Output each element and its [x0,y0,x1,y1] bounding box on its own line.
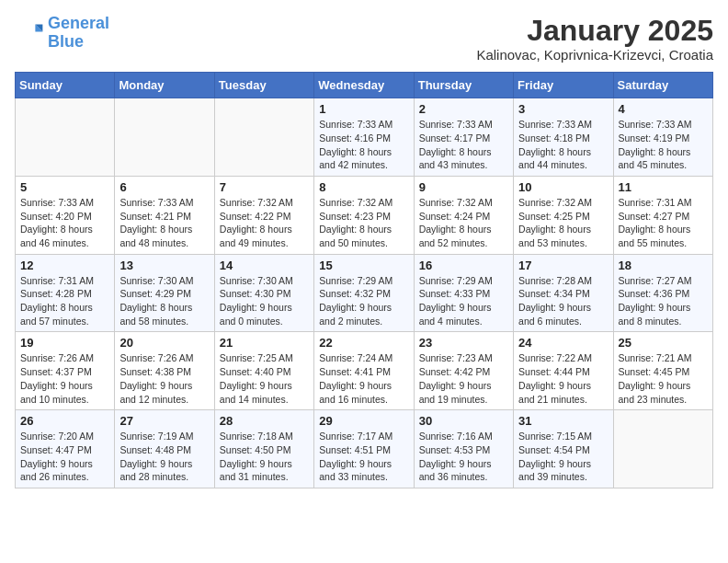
calendar-cell: 30Sunrise: 7:16 AM Sunset: 4:53 PM Dayli… [414,410,513,488]
day-number: 6 [119,180,209,194]
day-number: 8 [319,180,408,194]
calendar-table: SundayMondayTuesdayWednesdayThursdayFrid… [15,72,713,488]
calendar-cell: 19Sunrise: 7:26 AM Sunset: 4:37 PM Dayli… [16,332,115,410]
day-number: 16 [419,259,508,272]
day-number: 31 [518,414,608,428]
day-number: 1 [319,102,408,116]
day-of-week-header: Sunday [16,73,115,98]
day-number: 18 [619,259,708,272]
day-of-week-header: Monday [115,73,214,98]
day-info: Sunrise: 7:28 AM Sunset: 4:34 PM Dayligh… [518,274,608,328]
calendar-header: SundayMondayTuesdayWednesdayThursdayFrid… [16,73,713,98]
day-info: Sunrise: 7:32 AM Sunset: 4:23 PM Dayligh… [319,196,408,250]
day-number: 17 [518,259,608,272]
days-of-week-row: SundayMondayTuesdayWednesdayThursdayFrid… [16,73,713,98]
day-info: Sunrise: 7:29 AM Sunset: 4:33 PM Dayligh… [419,274,508,328]
day-info: Sunrise: 7:32 AM Sunset: 4:22 PM Dayligh… [220,196,309,250]
day-number: 26 [20,414,109,428]
day-number: 2 [419,102,508,116]
day-info: Sunrise: 7:33 AM Sunset: 4:19 PM Dayligh… [619,118,708,172]
day-number: 4 [619,102,708,116]
calendar-cell: 21Sunrise: 7:25 AM Sunset: 4:40 PM Dayli… [214,332,313,410]
calendar-cell: 15Sunrise: 7:29 AM Sunset: 4:32 PM Dayli… [314,254,414,332]
day-info: Sunrise: 7:19 AM Sunset: 4:48 PM Dayligh… [119,430,209,484]
day-number: 5 [20,180,109,194]
day-info: Sunrise: 7:15 AM Sunset: 4:54 PM Dayligh… [518,430,608,484]
logo-text: General Blue [48,15,109,52]
day-info: Sunrise: 7:33 AM Sunset: 4:20 PM Dayligh… [20,196,109,250]
page-header: General Blue January 2025 Kalinovac, Kop… [15,15,713,63]
calendar-cell: 17Sunrise: 7:28 AM Sunset: 4:34 PM Dayli… [514,254,613,332]
calendar-subtitle: Kalinovac, Koprivnica-Krizevci, Croatia [476,47,713,63]
day-info: Sunrise: 7:22 AM Sunset: 4:44 PM Dayligh… [518,351,608,406]
calendar-cell: 13Sunrise: 7:30 AM Sunset: 4:29 PM Dayli… [115,254,214,332]
calendar-body: 1Sunrise: 7:33 AM Sunset: 4:16 PM Daylig… [16,98,713,488]
calendar-cell: 29Sunrise: 7:17 AM Sunset: 4:51 PM Dayli… [314,410,414,488]
day-info: Sunrise: 7:29 AM Sunset: 4:32 PM Dayligh… [319,274,408,328]
day-info: Sunrise: 7:24 AM Sunset: 4:41 PM Dayligh… [319,351,408,406]
calendar-cell: 9Sunrise: 7:32 AM Sunset: 4:24 PM Daylig… [414,176,513,254]
day-number: 9 [419,180,508,194]
day-info: Sunrise: 7:26 AM Sunset: 4:37 PM Dayligh… [20,351,109,406]
logo-icon [15,18,44,48]
day-number: 25 [619,336,708,350]
day-info: Sunrise: 7:23 AM Sunset: 4:42 PM Dayligh… [419,351,508,406]
day-info: Sunrise: 7:20 AM Sunset: 4:47 PM Dayligh… [20,430,109,484]
calendar-cell: 23Sunrise: 7:23 AM Sunset: 4:42 PM Dayli… [414,332,513,410]
day-info: Sunrise: 7:30 AM Sunset: 4:30 PM Dayligh… [220,274,309,328]
calendar-cell: 1Sunrise: 7:33 AM Sunset: 4:16 PM Daylig… [314,98,414,177]
day-number: 27 [119,414,209,428]
day-info: Sunrise: 7:32 AM Sunset: 4:24 PM Dayligh… [419,196,508,250]
day-number: 3 [518,102,608,116]
calendar-cell: 4Sunrise: 7:33 AM Sunset: 4:19 PM Daylig… [613,98,712,177]
calendar-cell: 18Sunrise: 7:27 AM Sunset: 4:36 PM Dayli… [613,254,712,332]
day-of-week-header: Friday [514,73,613,98]
day-number: 12 [20,259,109,272]
calendar-cell: 22Sunrise: 7:24 AM Sunset: 4:41 PM Dayli… [314,332,414,410]
calendar-cell: 14Sunrise: 7:30 AM Sunset: 4:30 PM Dayli… [214,254,313,332]
day-info: Sunrise: 7:32 AM Sunset: 4:25 PM Dayligh… [518,196,608,250]
day-number: 13 [119,259,209,272]
calendar-cell: 5Sunrise: 7:33 AM Sunset: 4:20 PM Daylig… [16,176,115,254]
day-info: Sunrise: 7:27 AM Sunset: 4:36 PM Dayligh… [619,274,708,328]
calendar-cell: 8Sunrise: 7:32 AM Sunset: 4:23 PM Daylig… [314,176,414,254]
day-number: 22 [319,336,408,350]
day-info: Sunrise: 7:25 AM Sunset: 4:40 PM Dayligh… [220,351,309,406]
day-number: 30 [419,414,508,428]
logo: General Blue [15,15,109,52]
day-number: 23 [419,336,508,350]
calendar-cell: 28Sunrise: 7:18 AM Sunset: 4:50 PM Dayli… [214,410,313,488]
day-number: 7 [220,180,309,194]
day-info: Sunrise: 7:33 AM Sunset: 4:18 PM Dayligh… [518,118,608,172]
calendar-cell [115,98,214,177]
day-info: Sunrise: 7:17 AM Sunset: 4:51 PM Dayligh… [319,430,408,484]
day-info: Sunrise: 7:33 AM Sunset: 4:17 PM Dayligh… [419,118,508,172]
calendar-cell: 3Sunrise: 7:33 AM Sunset: 4:18 PM Daylig… [514,98,613,177]
calendar-cell: 6Sunrise: 7:33 AM Sunset: 4:21 PM Daylig… [115,176,214,254]
day-of-week-header: Thursday [414,73,513,98]
day-number: 20 [119,336,209,350]
day-info: Sunrise: 7:33 AM Sunset: 4:16 PM Dayligh… [319,118,408,172]
calendar-cell: 2Sunrise: 7:33 AM Sunset: 4:17 PM Daylig… [414,98,513,177]
day-number: 21 [220,336,309,350]
day-info: Sunrise: 7:33 AM Sunset: 4:21 PM Dayligh… [119,196,209,250]
day-number: 29 [319,414,408,428]
title-block: January 2025 Kalinovac, Koprivnica-Krize… [476,15,713,63]
day-of-week-header: Tuesday [214,73,313,98]
day-number: 28 [220,414,309,428]
calendar-cell: 11Sunrise: 7:31 AM Sunset: 4:27 PM Dayli… [613,176,712,254]
day-info: Sunrise: 7:26 AM Sunset: 4:38 PM Dayligh… [119,351,209,406]
calendar-week-row: 5Sunrise: 7:33 AM Sunset: 4:20 PM Daylig… [16,176,713,254]
day-info: Sunrise: 7:31 AM Sunset: 4:28 PM Dayligh… [20,274,109,328]
calendar-cell: 20Sunrise: 7:26 AM Sunset: 4:38 PM Dayli… [115,332,214,410]
calendar-cell: 26Sunrise: 7:20 AM Sunset: 4:47 PM Dayli… [16,410,115,488]
calendar-cell: 25Sunrise: 7:21 AM Sunset: 4:45 PM Dayli… [613,332,712,410]
calendar-cell: 10Sunrise: 7:32 AM Sunset: 4:25 PM Dayli… [514,176,613,254]
day-of-week-header: Wednesday [314,73,414,98]
calendar-week-row: 26Sunrise: 7:20 AM Sunset: 4:47 PM Dayli… [16,410,713,488]
calendar-cell: 12Sunrise: 7:31 AM Sunset: 4:28 PM Dayli… [16,254,115,332]
day-of-week-header: Saturday [613,73,712,98]
day-info: Sunrise: 7:16 AM Sunset: 4:53 PM Dayligh… [419,430,508,484]
day-number: 10 [518,180,608,194]
calendar-week-row: 12Sunrise: 7:31 AM Sunset: 4:28 PM Dayli… [16,254,713,332]
